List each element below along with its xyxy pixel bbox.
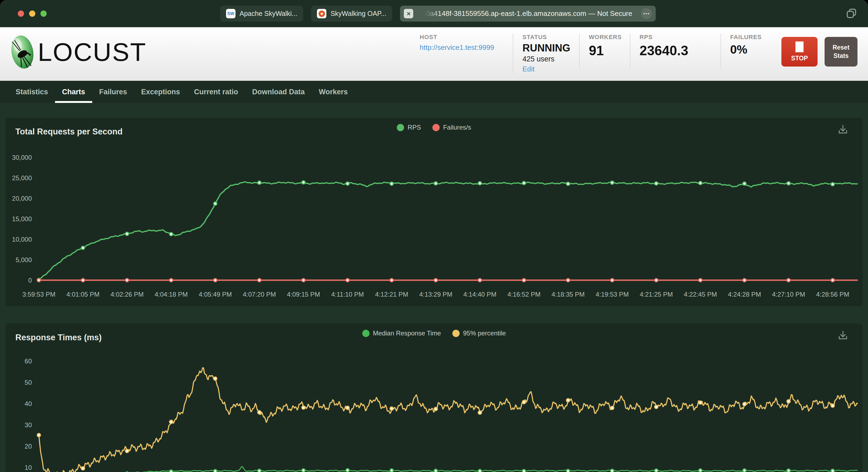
tab-workers[interactable]: Workers (312, 81, 355, 103)
svg-text:4:16:52 PM: 4:16:52 PM (507, 291, 540, 298)
skywalking-oap-icon (317, 9, 327, 18)
svg-text:4:21:25 PM: 4:21:25 PM (640, 291, 673, 298)
workers-value: 91 (589, 43, 621, 59)
svg-text:15,000: 15,000 (12, 215, 32, 223)
svg-text:4:24:28 PM: 4:24:28 PM (728, 291, 761, 298)
svg-text:4:14:40 PM: 4:14:40 PM (463, 291, 497, 298)
svg-text:30: 30 (25, 422, 32, 429)
svg-text:4:27:10 PM: 4:27:10 PM (772, 291, 805, 298)
tab-statistics[interactable]: Statistics (9, 81, 55, 103)
tab-failures[interactable]: Failures (92, 81, 134, 103)
close-tab-icon[interactable]: × (404, 9, 413, 18)
browser-tab-skywalking-oap[interactable]: SkyWalking OAP... (311, 6, 392, 22)
svg-text:4:19:53 PM: 4:19:53 PM (595, 291, 629, 298)
header-stats: HOST http://service1.test:9999 STATUS RU… (420, 34, 858, 73)
svg-text:4:11:10 PM: 4:11:10 PM (331, 291, 364, 298)
tab-exceptions[interactable]: Exceptions (134, 81, 187, 103)
status-value: RUNNING (523, 42, 570, 54)
svg-text:4:04:18 PM: 4:04:18 PM (155, 291, 188, 298)
chart-panel-response-times: Response Times (ms) Median Response Time… (5, 324, 863, 472)
charts-page: Total Requests per Second RPSFailures/s … (0, 103, 868, 472)
stat-label-host: HOST (420, 34, 504, 41)
tab-options-icon[interactable]: ••• (641, 8, 652, 19)
user-count: 425 users (523, 55, 570, 63)
stat-workers: WORKERS 91 (579, 34, 630, 69)
browser-window: SW Apache SkyWalki... SkyWalking OAP... … (0, 0, 868, 472)
skywalking-sw-icon: SW (226, 9, 236, 18)
rps-value: 23640.3 (640, 43, 711, 59)
svg-text:30,000: 30,000 (12, 154, 32, 161)
svg-text:4:02:26 PM: 4:02:26 PM (111, 291, 144, 298)
app-header: LOCUST HOST http://service1.test:9999 ST… (0, 27, 868, 81)
svg-text:0: 0 (28, 277, 32, 284)
stop-button[interactable]: STOP (781, 37, 817, 67)
svg-text:4:18:35 PM: 4:18:35 PM (552, 291, 585, 298)
stat-label-workers: WORKERS (589, 34, 621, 41)
tab-title: Apache SkyWalki... (240, 10, 297, 18)
svg-text:25,000: 25,000 (12, 174, 32, 181)
window-controls (18, 10, 46, 17)
locust-brand: LOCUST (11, 34, 147, 70)
url-fade-overlay (422, 9, 440, 18)
tab-download-data[interactable]: Download Data (245, 81, 312, 103)
stop-label: STOP (791, 55, 808, 62)
minimize-window-button[interactable] (29, 10, 35, 17)
logo-text: LOCUST (38, 37, 147, 67)
reset-stats-button[interactable]: Reset Stats (825, 37, 858, 67)
svg-text:4:22:45 PM: 4:22:45 PM (684, 291, 717, 298)
browser-tab-apache-skywalking[interactable]: SW Apache SkyWalki... (220, 6, 303, 22)
svg-text:4:12:21 PM: 4:12:21 PM (375, 291, 408, 298)
tab-charts[interactable]: Charts (55, 81, 92, 103)
stat-label-rps: RPS (640, 34, 711, 41)
svg-text:10: 10 (25, 464, 32, 471)
svg-text:4:07:20 PM: 4:07:20 PM (243, 291, 276, 298)
close-window-button[interactable] (18, 10, 24, 17)
stat-label-failures: FAILURES (730, 34, 764, 41)
tab-strip: SW Apache SkyWalki... SkyWalking OAP... … (220, 6, 656, 22)
address-url[interactable]: 40a4148f-381559556.ap-east-1.elb.amazona… (422, 9, 632, 18)
rps-chart-canvas: 30,00025,00020,00015,00010,0005,00003:59… (5, 118, 863, 306)
failures-value: 0% (730, 43, 764, 56)
stat-label-status: STATUS (523, 34, 570, 41)
browser-tab-active-url[interactable]: × 40a4148f-381559556.ap-east-1.elb.amazo… (400, 6, 656, 22)
chart-panel-total-rps: Total Requests per Second RPSFailures/s … (5, 118, 863, 306)
svg-text:40: 40 (25, 400, 32, 407)
svg-text:50: 50 (25, 379, 32, 386)
edit-users-link[interactable]: Edit (523, 65, 535, 73)
browser-titlebar: SW Apache SkyWalki... SkyWalking OAP... … (0, 0, 868, 27)
svg-text:4:28:56 PM: 4:28:56 PM (816, 291, 849, 298)
response-times-chart-canvas: 605040302010 (5, 324, 863, 472)
stat-host: HOST http://service1.test:9999 (420, 34, 513, 69)
svg-text:10,000: 10,000 (12, 236, 32, 243)
svg-text:5,000: 5,000 (16, 256, 32, 264)
zoom-window-button[interactable] (40, 10, 46, 17)
stat-status: STATUS RUNNING 425 users Edit (513, 34, 579, 73)
svg-text:4:01:05 PM: 4:01:05 PM (66, 291, 99, 298)
svg-text:4:05:49 PM: 4:05:49 PM (199, 291, 232, 298)
stat-rps: RPS 23640.3 (630, 34, 720, 69)
locust-logo-icon (11, 34, 34, 70)
tab-current-ratio[interactable]: Current ratio (187, 81, 245, 103)
svg-text:3:59:53 PM: 3:59:53 PM (22, 291, 56, 298)
svg-text:20,000: 20,000 (12, 195, 32, 202)
reset-stats-label: Reset Stats (825, 43, 858, 60)
tab-title: SkyWalking OAP... (331, 10, 386, 18)
main-nav: StatisticsChartsFailuresExceptionsCurren… (0, 81, 868, 103)
tab-overview-icon[interactable] (845, 7, 858, 21)
header-buttons: STOP Reset Stats (781, 34, 858, 67)
host-link[interactable]: http://service1.test:9999 (420, 43, 504, 52)
svg-text:20: 20 (25, 443, 32, 450)
svg-text:60: 60 (25, 358, 32, 365)
stat-failures: FAILURES 0% (720, 34, 773, 69)
svg-text:4:09:15 PM: 4:09:15 PM (287, 291, 320, 298)
svg-text:4:13:29 PM: 4:13:29 PM (419, 291, 452, 298)
stop-icon (796, 41, 804, 52)
